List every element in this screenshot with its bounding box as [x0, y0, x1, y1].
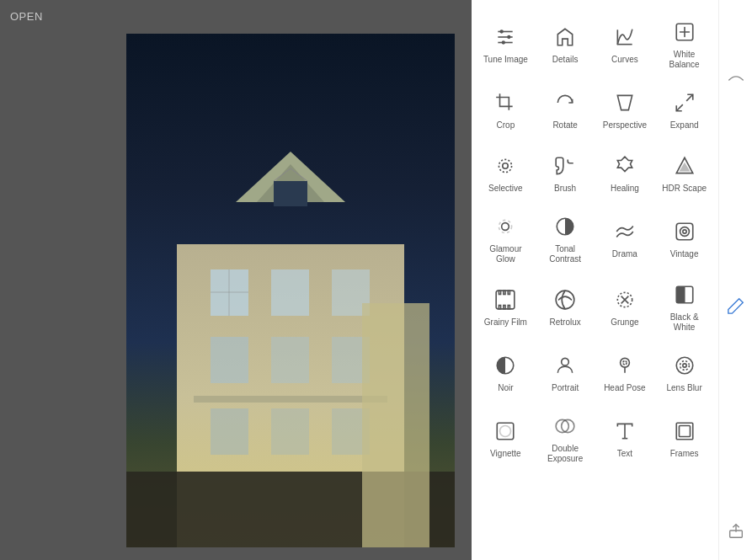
tool-text[interactable]: Text	[595, 403, 655, 471]
glamour-glow-icon	[492, 213, 519, 240]
tool-vignette[interactable]: Vignette	[476, 403, 536, 471]
tune-image-label: Tune Image	[483, 55, 528, 65]
svg-rect-7	[211, 269, 248, 316]
tool-portrait[interactable]: Portrait	[536, 339, 595, 403]
head-pose-icon	[611, 352, 638, 379]
svg-point-55	[620, 358, 629, 367]
portrait-label: Portrait	[552, 383, 579, 393]
tonal-contrast-label: Tonal Contrast	[540, 244, 591, 264]
vignette-icon	[492, 418, 519, 445]
white-balance-label: White Balance	[659, 50, 710, 70]
rotate-icon	[552, 89, 579, 116]
svg-rect-49	[509, 306, 510, 309]
right-sidebar	[718, 0, 752, 560]
tool-lens-blur[interactable]: Lens Blur	[654, 339, 714, 403]
portrait-icon	[552, 352, 579, 379]
svg-point-59	[682, 364, 685, 367]
svg-rect-14	[271, 408, 309, 455]
text-label: Text	[617, 449, 632, 459]
tool-brush[interactable]: Brush	[536, 140, 595, 203]
vintage-icon	[671, 218, 698, 245]
noir-icon	[492, 352, 519, 379]
tool-tune-image[interactable]: Tune Image	[476, 8, 536, 77]
rotate-label: Rotate	[552, 120, 577, 131]
tool-double-exposure[interactable]: Double Exposure	[536, 403, 595, 471]
tools-grid: Tune ImageDetailsCurvesWhite BalanceCrop…	[472, 0, 718, 560]
tool-noir[interactable]: Noir	[476, 339, 536, 403]
svg-rect-20	[362, 303, 429, 547]
photo-container	[126, 34, 455, 547]
tool-details[interactable]: Details	[536, 8, 595, 77]
tool-expand[interactable]: Expand	[654, 77, 714, 140]
svg-point-38	[499, 220, 512, 232]
tool-vintage[interactable]: Vintage	[654, 203, 714, 271]
tool-glamour-glow[interactable]: Glamour Glow	[476, 203, 536, 271]
tool-perspective[interactable]: Perspective	[595, 77, 655, 140]
tool-frames[interactable]: Frames	[654, 403, 714, 471]
export-icon[interactable]	[723, 518, 749, 543]
perspective-icon	[611, 89, 638, 116]
tool-grainy-film[interactable]: Grainy Film	[476, 271, 536, 339]
details-icon	[552, 24, 579, 51]
tool-curves[interactable]: Curves	[595, 8, 655, 77]
vintage-label: Vintage	[670, 249, 699, 259]
svg-rect-4	[274, 181, 307, 206]
drama-label: Drama	[612, 249, 637, 259]
tool-retrolux[interactable]: Retrolux	[536, 271, 595, 339]
tool-head-pose[interactable]: Head Pose	[595, 339, 655, 403]
tool-selective[interactable]: Selective	[476, 140, 536, 203]
tune-image-icon	[492, 24, 519, 51]
expand-icon	[671, 89, 698, 116]
left-panel: OPEN	[0, 0, 472, 560]
frames-icon	[671, 418, 698, 445]
selective-icon	[492, 152, 519, 179]
tool-tonal-contrast[interactable]: Tonal Contrast	[536, 203, 595, 271]
svg-point-54	[562, 358, 569, 365]
tonal-contrast-icon	[552, 213, 579, 240]
hdr-scape-label: HDR Scape	[662, 184, 707, 194]
healing-label: Healing	[611, 184, 639, 194]
black-white-icon	[671, 281, 698, 308]
tool-black-white[interactable]: Black & White	[654, 271, 714, 339]
right-panel: Tune ImageDetailsCurvesWhite BalanceCrop…	[472, 0, 752, 560]
tool-white-balance[interactable]: White Balance	[654, 8, 714, 77]
tool-hdr-scape[interactable]: HDR Scape	[654, 140, 714, 203]
edit-icon[interactable]	[723, 293, 749, 318]
tool-healing[interactable]: Healing	[595, 140, 655, 203]
lens-blur-label: Lens Blur	[667, 383, 702, 393]
grunge-label: Grunge	[611, 317, 638, 328]
tool-grunge[interactable]: Grunge	[595, 271, 655, 339]
svg-rect-10	[211, 337, 248, 383]
grainy-film-icon	[492, 286, 519, 313]
noir-label: Noir	[498, 383, 513, 393]
undo-icon[interactable]	[723, 67, 749, 93]
svg-point-61	[500, 426, 511, 437]
text-icon	[611, 418, 638, 445]
svg-point-57	[676, 357, 693, 374]
svg-rect-8	[271, 269, 309, 316]
double-exposure-label: Double Exposure	[540, 444, 591, 464]
retrolux-icon	[552, 286, 579, 313]
svg-marker-30	[617, 95, 632, 109]
hdr-scape-icon	[671, 152, 698, 179]
svg-rect-46	[509, 291, 510, 294]
svg-point-58	[680, 361, 689, 371]
photo-background	[126, 34, 455, 547]
retrolux-label: Retrolux	[550, 317, 581, 328]
svg-line-31	[686, 94, 693, 101]
svg-point-25	[508, 35, 511, 39]
tool-rotate[interactable]: Rotate	[536, 77, 595, 140]
curves-icon	[611, 24, 638, 51]
tool-drama[interactable]: Drama	[595, 203, 655, 271]
perspective-label: Perspective	[603, 120, 647, 131]
svg-point-34	[499, 159, 512, 172]
selective-label: Selective	[488, 184, 523, 194]
details-label: Details	[552, 55, 579, 65]
brush-label: Brush	[554, 184, 576, 194]
tool-crop[interactable]: Crop	[476, 77, 536, 140]
open-label[interactable]: OPEN	[10, 10, 43, 23]
expand-label: Expand	[670, 120, 699, 131]
svg-rect-13	[211, 408, 248, 455]
double-exposure-icon	[552, 413, 579, 440]
brush-icon	[552, 152, 579, 179]
